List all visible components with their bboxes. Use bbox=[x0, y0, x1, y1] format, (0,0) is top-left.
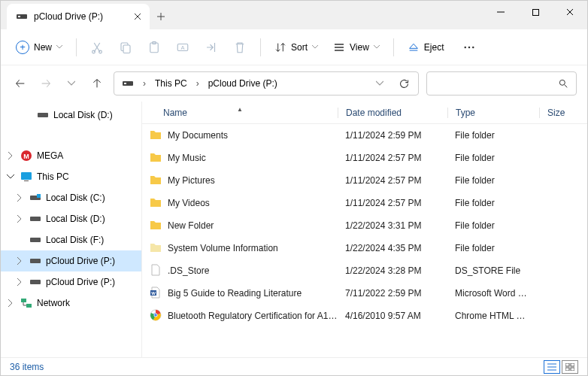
file-name: Bluetooth Regulatory Certification for A… bbox=[168, 311, 337, 321]
more-button[interactable] bbox=[455, 33, 483, 62]
breadcrumb-pcloud[interactable]: pCloud Drive (P:) bbox=[204, 72, 282, 95]
nav-tree[interactable]: Local Disk (D:) M MEGA This PC Local Dis… bbox=[1, 102, 142, 357]
file-row[interactable]: Bluetooth Regulatory Certification for A… bbox=[142, 305, 587, 327]
close-icon bbox=[134, 13, 141, 20]
tree-item-local-disk-c[interactable]: Local Disk (C:) bbox=[1, 187, 141, 208]
tree-twisty[interactable] bbox=[5, 298, 16, 308]
separator bbox=[76, 38, 77, 56]
drive-small-icon bbox=[37, 109, 49, 121]
breadcrumb-chevron[interactable]: › bbox=[193, 78, 202, 89]
tree-label: Local Disk (D:) bbox=[53, 110, 113, 120]
sort-button[interactable]: Sort bbox=[267, 33, 326, 62]
cut-button[interactable] bbox=[83, 33, 111, 62]
tree-twisty[interactable] bbox=[5, 171, 16, 182]
file-name: New Folder bbox=[168, 220, 214, 231]
sort-label: Sort bbox=[291, 42, 308, 53]
breadcrumb-chevron[interactable]: › bbox=[140, 78, 149, 89]
file-row[interactable]: My Documents1/11/2024 2:59 PMFile folder bbox=[142, 124, 587, 147]
file-row[interactable]: My Videos1/11/2024 2:57 PMFile folder bbox=[142, 192, 587, 214]
col-header-date[interactable]: Date modified bbox=[338, 108, 447, 118]
recent-dropdown[interactable] bbox=[62, 74, 80, 92]
new-tab-button[interactable] bbox=[150, 4, 172, 29]
back-button[interactable] bbox=[11, 74, 29, 92]
breadcrumb-root[interactable] bbox=[117, 72, 138, 95]
file-row[interactable]: WBig 5 Guide to Reading Literature7/11/2… bbox=[142, 282, 587, 305]
file-row[interactable]: My Pictures1/11/2024 2:57 PMFile folder bbox=[142, 169, 587, 192]
svg-rect-21 bbox=[24, 180, 29, 181]
view-button[interactable]: View bbox=[326, 33, 387, 62]
file-row[interactable]: New Folder1/22/2024 3:31 PMFile folder bbox=[142, 214, 587, 237]
chevron-right-icon bbox=[17, 257, 23, 265]
plus-icon bbox=[156, 12, 165, 21]
col-header-size[interactable]: Size bbox=[539, 108, 577, 118]
file-icon bbox=[150, 174, 162, 188]
eject-icon bbox=[408, 41, 420, 53]
tree-label: This PC bbox=[37, 171, 69, 182]
share-button[interactable] bbox=[197, 33, 226, 62]
tree-item-local-disk-f[interactable]: Local Disk (F:) bbox=[1, 229, 141, 250]
svg-rect-25 bbox=[30, 238, 41, 242]
copy-button[interactable] bbox=[111, 33, 140, 62]
tree-item-local-disk-d[interactable]: Local Disk (D:) bbox=[1, 208, 141, 229]
breadcrumb-thispc[interactable]: This PC bbox=[150, 72, 192, 95]
tree-twisty[interactable] bbox=[14, 277, 25, 287]
file-rows: My Documents1/11/2024 2:59 PMFile folder… bbox=[142, 124, 587, 327]
col-label: Type bbox=[456, 108, 475, 118]
tree-twisty[interactable] bbox=[14, 214, 25, 224]
file-name-cell: My Videos bbox=[142, 196, 338, 211]
mega-icon: M bbox=[20, 150, 32, 162]
svg-rect-20 bbox=[21, 172, 32, 180]
file-row[interactable]: .DS_Store1/22/2024 3:28 PMDS_STORE File bbox=[142, 259, 587, 282]
eject-button[interactable]: Eject bbox=[400, 33, 452, 62]
tree-spacer bbox=[1, 126, 141, 145]
forward-button[interactable] bbox=[37, 74, 55, 92]
file-name-cell: My Music bbox=[142, 151, 338, 165]
rename-button[interactable]: A bbox=[168, 33, 197, 62]
up-button[interactable] bbox=[88, 74, 106, 92]
file-date-cell: 1/22/2024 3:31 PM bbox=[338, 220, 447, 231]
file-date-cell: 1/22/2024 3:28 PM bbox=[338, 265, 447, 276]
file-row[interactable]: My Music1/11/2024 2:57 PMFile folder bbox=[142, 147, 587, 169]
address-history-dropdown[interactable] bbox=[368, 80, 391, 86]
paste-icon bbox=[147, 41, 161, 54]
address-bar[interactable]: › This PC › pCloud Drive (P:) bbox=[114, 71, 419, 96]
delete-button[interactable] bbox=[226, 33, 254, 62]
tree-twisty[interactable] bbox=[14, 193, 25, 203]
refresh-button[interactable] bbox=[393, 78, 415, 89]
file-list[interactable]: Name ▲ Date modified Type Size My Docume… bbox=[142, 102, 587, 357]
search-input[interactable] bbox=[426, 71, 577, 96]
chevron-down-icon bbox=[7, 174, 14, 180]
main-area: Local Disk (D:) M MEGA This PC Local Dis… bbox=[1, 102, 587, 357]
paste-button[interactable] bbox=[140, 33, 168, 62]
tree-label: pCloud Drive (P:) bbox=[46, 277, 115, 287]
minimize-button[interactable] bbox=[483, 1, 518, 23]
tree-item-this-pc[interactable]: This PC bbox=[1, 166, 141, 187]
tree-item-local-disk-d[interactable]: Local Disk (D:) bbox=[1, 105, 141, 126]
tree-item-network[interactable]: Network bbox=[1, 293, 141, 314]
file-date-cell: 1/11/2024 2:57 PM bbox=[338, 175, 447, 186]
chevron-right-icon bbox=[17, 278, 23, 286]
file-name-cell: Bluetooth Regulatory Certification for A… bbox=[142, 309, 338, 323]
tab-close-button[interactable] bbox=[132, 11, 144, 23]
delete-icon bbox=[233, 41, 247, 54]
file-icon bbox=[150, 241, 162, 256]
tree-item-mega[interactable]: M MEGA bbox=[1, 145, 141, 166]
tree-twisty bbox=[22, 110, 32, 120]
col-header-name[interactable]: Name ▲ bbox=[142, 108, 338, 118]
active-tab[interactable]: pCloud Drive (P:) bbox=[7, 4, 150, 29]
details-view-button[interactable] bbox=[544, 360, 560, 374]
thumbnails-view-button[interactable] bbox=[562, 360, 578, 374]
tree-twisty[interactable] bbox=[14, 256, 25, 266]
close-button[interactable] bbox=[553, 1, 587, 23]
col-header-type[interactable]: Type bbox=[447, 108, 539, 118]
tree-item-pcloud-drive[interactable]: pCloud Drive (P:) bbox=[1, 250, 141, 271]
file-row[interactable]: System Volume Information1/22/2024 4:35 … bbox=[142, 237, 587, 259]
tree-twisty[interactable] bbox=[5, 150, 16, 161]
tree-item-pcloud-drive-dup[interactable]: pCloud Drive (P:) bbox=[1, 271, 141, 293]
svg-rect-26 bbox=[30, 259, 41, 263]
file-type-cell: File folder bbox=[447, 153, 539, 163]
sort-icon bbox=[274, 41, 286, 53]
file-date-cell: 1/11/2024 2:57 PM bbox=[338, 198, 447, 208]
new-button[interactable]: + New bbox=[8, 35, 70, 60]
maximize-button[interactable] bbox=[518, 1, 553, 23]
